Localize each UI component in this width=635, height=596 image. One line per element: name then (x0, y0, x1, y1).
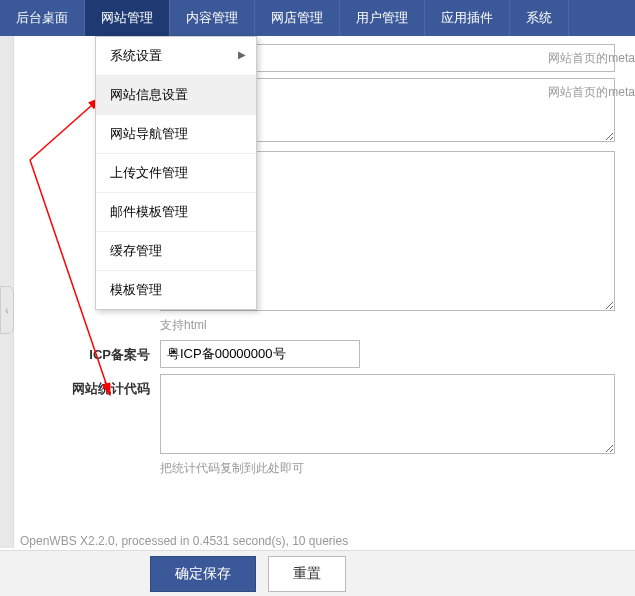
textarea-stat[interactable] (160, 374, 615, 454)
dropdown-item-3[interactable]: 上传文件管理 (96, 154, 256, 193)
label-icp: ICP备案号 (20, 340, 160, 364)
dropdown-item-1[interactable]: 网站信息设置 (96, 76, 256, 115)
nav-tab-6[interactable]: 系统 (510, 0, 569, 36)
row-icp: ICP备案号 (20, 340, 635, 368)
hint-html: 支持html (160, 317, 635, 334)
nav-tab-2[interactable]: 内容管理 (170, 0, 255, 36)
nav-tab-4[interactable]: 用户管理 (340, 0, 425, 36)
nav-tab-0[interactable]: 后台桌面 (0, 0, 85, 36)
footer-info: OpenWBS X2.2.0, processed in 0.4531 seco… (20, 534, 348, 548)
dropdown-item-4[interactable]: 邮件模板管理 (96, 193, 256, 232)
save-button[interactable]: 确定保存 (150, 556, 256, 592)
hint-keywords: 网站首页的meta (548, 44, 635, 67)
top-nav: 后台桌面网站管理内容管理网店管理用户管理应用插件系统 (0, 0, 635, 36)
nav-tab-3[interactable]: 网店管理 (255, 0, 340, 36)
row-stat: 网站统计代码 把统计代码复制到此处即可 (20, 374, 635, 477)
input-icp[interactable] (160, 340, 360, 368)
dropdown-item-0[interactable]: 系统设置▶ (96, 37, 256, 76)
bottom-bar: 确定保存 重置 (0, 550, 635, 596)
hint-stat: 把统计代码复制到此处即可 (160, 460, 635, 477)
label-stat: 网站统计代码 (20, 374, 160, 398)
sidebar-toggle[interactable]: ‹ (0, 286, 14, 334)
nav-tab-5[interactable]: 应用插件 (425, 0, 510, 36)
reset-button[interactable]: 重置 (268, 556, 346, 592)
hint-desc: 网站首页的meta (548, 78, 635, 101)
chevron-right-icon: ▶ (238, 49, 246, 60)
dropdown-item-2[interactable]: 网站导航管理 (96, 115, 256, 154)
dropdown-menu: 系统设置▶网站信息设置网站导航管理上传文件管理邮件模板管理缓存管理模板管理 (95, 36, 257, 310)
dropdown-item-5[interactable]: 缓存管理 (96, 232, 256, 271)
nav-tab-1[interactable]: 网站管理 (85, 0, 170, 36)
dropdown-item-6[interactable]: 模板管理 (96, 271, 256, 309)
